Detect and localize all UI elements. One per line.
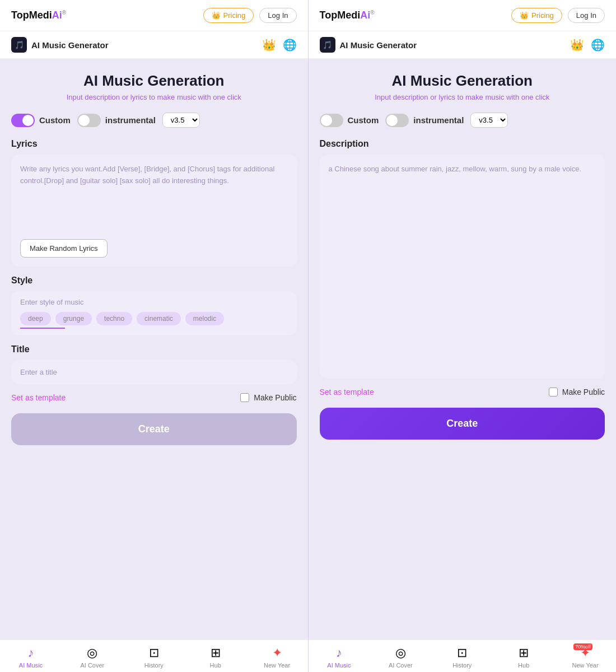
- globe-icon-left[interactable]: 🌐: [283, 38, 297, 52]
- custom-toggle-left[interactable]: Custom: [11, 114, 71, 127]
- template-row-left: Set as template Make Public: [11, 393, 297, 402]
- nav-newyear-label-left: New Year: [264, 662, 290, 669]
- nav-music-label-right: AI Music: [327, 662, 351, 669]
- nav-ai-music-left[interactable]: ♪ AI Music: [0, 646, 62, 669]
- newyear-badge-right: ✦ 70%off: [580, 646, 590, 660]
- toggle-row-left: Custom instrumental v3.5 v3.0 v2.5: [11, 113, 297, 128]
- sub-header-title-left: AI Music Generator: [31, 40, 109, 50]
- right-panel: TopMediAi® 👑 Pricing Log In 🎵 AI Music G…: [309, 0, 617, 672]
- instrumental-label-left: instrumental: [105, 115, 156, 125]
- make-public-checkbox-right[interactable]: [549, 388, 558, 396]
- nav-history-label-left: History: [144, 662, 164, 669]
- newyear-badge-left: ✦: [272, 646, 282, 660]
- title-placeholder-left: Enter a title: [20, 368, 288, 376]
- set-template-right[interactable]: Set as template: [320, 388, 374, 396]
- instrumental-thumb-right: [386, 115, 398, 126]
- set-template-left[interactable]: Set as template: [11, 393, 66, 402]
- lyrics-box-left: Write any lyrics you want.Add [Verse], […: [11, 155, 297, 267]
- instrumental-track-left[interactable]: [77, 114, 101, 127]
- style-placeholder-left: Enter style of music: [20, 298, 288, 306]
- music-icon-box-right: 🎵: [320, 37, 335, 53]
- nav-newyear-left[interactable]: ✦ New Year: [246, 646, 308, 669]
- nav-history-right[interactable]: ⊡ History: [431, 646, 493, 669]
- style-box-left: Enter style of music deep grunge techno …: [11, 291, 297, 335]
- pricing-button-left[interactable]: 👑 Pricing: [203, 8, 254, 23]
- tag-grunge-left[interactable]: grunge: [55, 312, 92, 325]
- make-public-row-left: Make Public: [240, 393, 296, 402]
- make-random-label-left: Make Random Lyrics: [30, 244, 98, 253]
- custom-thumb-right: [321, 115, 332, 126]
- tag-cinematic-left[interactable]: cinematic: [137, 312, 181, 325]
- instrumental-toggle-left[interactable]: instrumental: [77, 114, 156, 127]
- nav-newyear-right[interactable]: ✦ 70%off New Year: [554, 646, 616, 669]
- nav-hub-icon-right: ⊞: [519, 646, 529, 660]
- style-underline-left: [20, 328, 65, 329]
- make-public-label-left: Make Public: [254, 393, 296, 402]
- nav-hub-icon-left: ⊞: [211, 646, 221, 660]
- nav-music-icon-right: ♪: [336, 646, 342, 660]
- tag-deep-left[interactable]: deep: [20, 312, 51, 325]
- bottom-nav-right: ♪ AI Music ◎ AI Cover ⊡ History ⊞ Hub ✦ …: [309, 640, 617, 672]
- right-main-content: AI Music Generation Input description or…: [309, 59, 617, 640]
- pricing-button-right[interactable]: 👑 Pricing: [511, 8, 562, 23]
- nav-ai-music-right[interactable]: ♪ AI Music: [309, 646, 370, 669]
- make-random-btn-left[interactable]: Make Random Lyrics: [20, 239, 108, 258]
- nav-hub-right[interactable]: ⊞ Hub: [493, 646, 554, 669]
- newyear-badge-label: 70%off: [573, 643, 592, 650]
- login-label-right: Log In: [576, 11, 596, 20]
- nav-cover-icon-right: ◎: [395, 646, 406, 660]
- nav-hub-label-right: Hub: [518, 662, 529, 669]
- nav-hub-left[interactable]: ⊞ Hub: [185, 646, 246, 669]
- tag-techno-left[interactable]: techno: [96, 312, 132, 325]
- instrumental-toggle-right[interactable]: instrumental: [385, 114, 464, 127]
- version-select-right[interactable]: v3.5 v3.0 v2.5: [470, 113, 508, 128]
- globe-icon-right[interactable]: 🌐: [591, 38, 605, 52]
- lyrics-label-left: Lyrics: [11, 139, 297, 149]
- custom-toggle-right[interactable]: Custom: [320, 114, 379, 127]
- sub-header-right-content: 🎵 AI Music Generator: [320, 37, 417, 53]
- title-label-left: Title: [11, 344, 297, 354]
- version-select-left[interactable]: v3.5 v3.0 v2.5: [162, 113, 200, 128]
- nav-ai-cover-right[interactable]: ◎ AI Cover: [370, 646, 431, 669]
- left-main-content: AI Music Generation Input description or…: [0, 59, 308, 640]
- style-label-left: Style: [11, 276, 297, 286]
- hero-subtitle-right: Input description or lyrics to make musi…: [320, 93, 605, 101]
- crown-icon-left: 👑: [212, 11, 221, 20]
- tag-melodic-left[interactable]: melodic: [185, 312, 224, 325]
- instrumental-label-right: instrumental: [413, 115, 464, 125]
- description-box-right[interactable]: a Chinese song about summer rain, jazz, …: [320, 155, 605, 379]
- hero-subtitle-left: Input description or lyrics to make musi…: [11, 93, 297, 101]
- custom-label-left: Custom: [39, 115, 71, 125]
- title-box-left[interactable]: Enter a title: [11, 360, 297, 384]
- bottom-nav-left: ♪ AI Music ◎ AI Cover ⊡ History ⊞ Hub ✦ …: [0, 640, 308, 672]
- nav-history-icon-right: ⊡: [457, 646, 467, 660]
- crown-nav-icon-right[interactable]: 👑: [570, 38, 584, 52]
- nav-ai-cover-left[interactable]: ◎ AI Cover: [62, 646, 123, 669]
- login-button-left[interactable]: Log In: [259, 8, 296, 23]
- music-box-icon-left: 🎵: [15, 40, 24, 49]
- create-btn-right[interactable]: Create: [320, 408, 605, 440]
- custom-label-right: Custom: [348, 115, 379, 125]
- music-box-icon-right: 🎵: [323, 40, 332, 49]
- music-icon-box-left: 🎵: [11, 37, 27, 53]
- sub-header-left: 🎵 AI Music Generator 👑 🌐: [0, 31, 308, 59]
- sub-header-right-icons: 👑 🌐: [570, 38, 605, 52]
- hero-title-left: AI Music Generation: [11, 72, 297, 90]
- custom-track-left[interactable]: [11, 114, 35, 127]
- nav-newyear-icon-left: ✦: [272, 646, 282, 660]
- sub-header-right-left: 👑 🌐: [262, 38, 297, 52]
- create-label-left: Create: [138, 423, 170, 435]
- create-btn-left[interactable]: Create: [11, 413, 297, 445]
- crown-nav-icon-left[interactable]: 👑: [262, 38, 276, 52]
- instrumental-thumb-left: [78, 115, 90, 126]
- left-panel: TopMediAi® 👑 Pricing Log In 🎵 AI Music G…: [0, 0, 309, 672]
- custom-track-right[interactable]: [320, 114, 343, 127]
- nav-hub-label-left: Hub: [210, 662, 221, 669]
- login-button-right[interactable]: Log In: [568, 8, 605, 23]
- make-public-checkbox-left[interactable]: [240, 393, 249, 402]
- pricing-label-right: Pricing: [531, 11, 554, 20]
- nav-history-left[interactable]: ⊡ History: [123, 646, 185, 669]
- instrumental-track-right[interactable]: [385, 114, 409, 127]
- style-tags-left: deep grunge techno cinematic melodic: [20, 312, 288, 325]
- create-label-right: Create: [446, 418, 478, 429]
